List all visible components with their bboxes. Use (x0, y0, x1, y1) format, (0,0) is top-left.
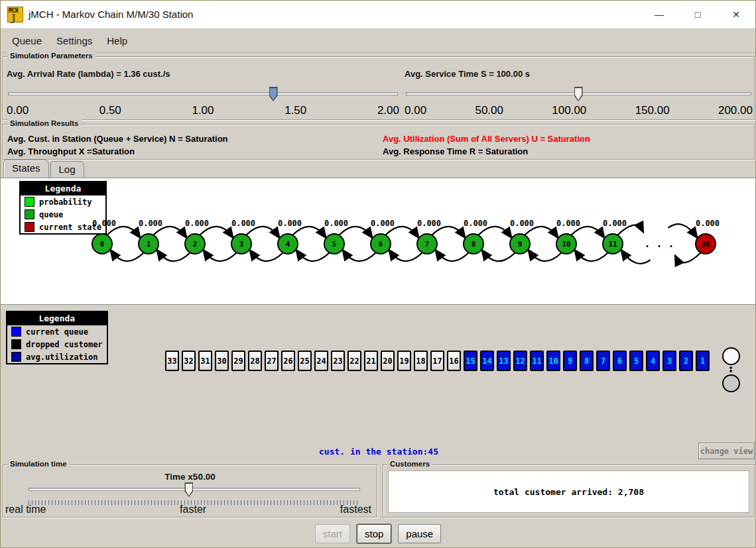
tab-states[interactable]: States (3, 160, 49, 178)
tick-label: 0.50 (99, 104, 121, 117)
legend-item-label: dropped customer (26, 340, 103, 349)
queue-box-11: 11 (530, 351, 544, 371)
service-time-label: Avg. Service Time S = 100.00 s (405, 69, 753, 79)
queue-box-27: 27 (265, 351, 279, 371)
time-speed-marks: real timefasterfastest (5, 504, 371, 516)
chain-state-number: 11 (608, 240, 617, 248)
legend-item-label: avg.utilization (26, 353, 97, 362)
legend-item: probability (21, 195, 105, 208)
simulation-time-title: Simulation time (7, 460, 70, 468)
state-probability-label: 0.000 (603, 219, 627, 228)
queue-box-17: 17 (430, 351, 444, 371)
results-right: Avg. Utilization (Sum of All Servers) U … (383, 133, 754, 158)
queue-box-13: 13 (497, 351, 511, 371)
station-status-text: cust. in the station:45 (1, 447, 756, 457)
queue-box-14: 14 (480, 351, 494, 371)
queue-box-29: 29 (231, 351, 245, 371)
arrival-slider-ticks: 0.000.501.001.502.00 (7, 104, 399, 117)
chain-ellipsis: . . . (644, 238, 674, 250)
legend-swatch (25, 209, 34, 219)
time-speed-label: Time x50.00 (3, 472, 377, 482)
time-slider-thumb[interactable] (184, 482, 193, 497)
tick-label: faster (180, 504, 206, 516)
chain-state-number: 10 (562, 240, 570, 248)
app-icon-sub: J (11, 12, 16, 24)
chain-state-number: 5 (332, 240, 337, 248)
tick-label: 1.50 (284, 104, 306, 117)
legend-swatch (11, 339, 21, 349)
simulation-results-title: Simulation Results (7, 119, 82, 127)
legend-item-label: queue (39, 210, 63, 219)
service-slider-thumb[interactable] (574, 87, 583, 101)
queue-box-12: 12 (513, 351, 527, 371)
queue-box-23: 23 (331, 351, 345, 371)
queue-box-4: 4 (646, 351, 660, 371)
window-title: jMCH - Markov Chain M/M/30 Station (29, 9, 193, 20)
state-probability-label: 0.000 (231, 219, 255, 228)
minimize-icon[interactable]: — (640, 1, 678, 28)
states-panel: Legendaprobabilityqueuecurrent state 00.… (1, 178, 756, 305)
menu-help[interactable]: Help (99, 32, 135, 49)
tick-label: 200.00 (718, 104, 753, 117)
legend-item-label: probability (39, 197, 92, 207)
pause-button[interactable]: pause (398, 524, 441, 543)
queue-box-28: 28 (248, 351, 262, 371)
legend-swatch (25, 197, 34, 207)
legend-item: current queue (7, 325, 107, 338)
legend-swatch (11, 352, 21, 362)
queue-box-24: 24 (314, 351, 328, 371)
stop-button[interactable]: stop (357, 524, 391, 543)
result-line: Avg. Throughput X =Saturation (7, 145, 379, 158)
state-probability-label: 0.000 (324, 219, 348, 228)
close-icon[interactable]: ✕ (717, 1, 755, 28)
maximize-icon[interactable]: □ (678, 1, 717, 28)
legend-item: avg.utilization (7, 351, 107, 363)
chain-state-number: 9 (518, 240, 523, 248)
server-icon (722, 374, 740, 392)
result-line: Avg. Cust. in Station (Queue + Service) … (7, 133, 379, 145)
result-line: Avg. Response Time R = Saturation (383, 145, 754, 158)
queue-box-7: 7 (596, 351, 610, 371)
tick-label: 0.00 (405, 104, 426, 117)
state-probability-label: 0.000 (464, 219, 487, 228)
state-probability-label: 0.000 (696, 219, 720, 228)
time-slider[interactable] (27, 481, 361, 498)
simulation-results-group: Simulation Results Avg. Cust. in Station… (3, 124, 755, 160)
menu-queue[interactable]: Queue (5, 32, 49, 49)
chain-state-number: 3 (239, 240, 244, 248)
simulation-parameters-title: Simulation Parameters (7, 52, 95, 60)
change-view-button[interactable]: change view (698, 443, 755, 459)
queue-box-22: 22 (347, 351, 361, 371)
tick-label: real time (5, 504, 46, 516)
tick-label: fastest (340, 504, 371, 516)
legend-swatch (11, 327, 21, 337)
queue-box-32: 32 (182, 351, 196, 371)
legend-item: queue (21, 208, 105, 221)
tick-label: 100.00 (552, 104, 586, 117)
legend-swatch (25, 222, 34, 232)
total-customers-text: total customer arrived: 2,708 (493, 487, 644, 497)
arrival-slider-thumb[interactable] (269, 87, 278, 101)
arrival-rate-slider[interactable] (7, 85, 399, 103)
markov-chain-svg: 00.00010.00020.00030.00040.00050.00060.0… (1, 178, 756, 304)
time-slider-track[interactable] (29, 488, 360, 491)
queue-box-9: 9 (563, 351, 577, 371)
queue-box-25: 25 (298, 351, 312, 371)
app-icon: MCH J (7, 7, 23, 23)
start-button[interactable]: start (315, 524, 350, 543)
customers-title: Customers (387, 460, 432, 468)
queue-box-16: 16 (447, 351, 461, 371)
tab-log[interactable]: Log (50, 161, 84, 178)
state-probability-label: 0.000 (556, 219, 580, 228)
service-time-slider[interactable] (405, 85, 753, 103)
menu-settings[interactable]: Settings (49, 32, 99, 49)
simulation-parameters-group: Simulation Parameters Avg. Arrival Rate … (3, 56, 755, 120)
queue-box-8: 8 (580, 351, 594, 371)
customers-panel: total customer arrived: 2,708 (388, 470, 749, 513)
queue-box-18: 18 (414, 351, 428, 371)
legend-title: Legenda (7, 312, 107, 325)
queue-box-6: 6 (613, 351, 627, 371)
queue-boxes: 3332313029282726252423222120191817161514… (165, 351, 716, 372)
state-probability-label: 0.000 (371, 219, 395, 228)
arrival-slider-track[interactable] (8, 92, 398, 95)
